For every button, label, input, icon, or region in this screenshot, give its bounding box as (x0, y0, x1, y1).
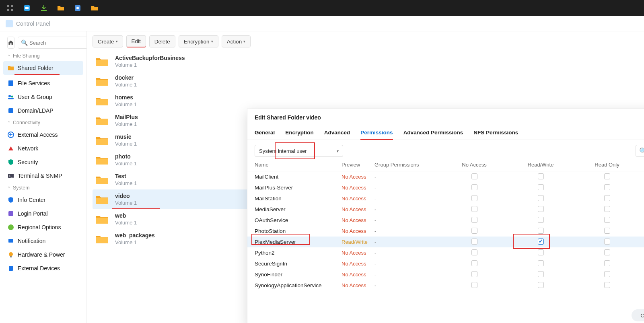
read-only-checkbox[interactable] (604, 217, 610, 223)
no-access-checkbox[interactable] (471, 173, 477, 179)
read-write-checkbox[interactable] (538, 260, 544, 266)
permission-row[interactable]: SynologyApplicationService No Access - (247, 280, 644, 291)
no-access-checkbox[interactable] (471, 239, 477, 245)
no-access-checkbox[interactable] (471, 260, 477, 266)
read-only-checkbox[interactable] (604, 228, 610, 234)
file-station-icon[interactable] (52, 0, 69, 16)
folder-name: web (115, 212, 137, 219)
sidebar-item-label: Domain/LDAP (18, 107, 53, 114)
no-access-checkbox[interactable] (471, 271, 477, 277)
col-read-write[interactable]: Read/Write (506, 162, 575, 168)
sidebar-item-shared-folder[interactable]: Shared Folder (3, 61, 83, 75)
no-access-checkbox[interactable] (471, 217, 477, 223)
read-write-checkbox[interactable] (538, 195, 544, 201)
tab-advanced[interactable]: Advanced (324, 127, 350, 140)
tab-nfs-permissions[interactable]: NFS Permissions (473, 127, 518, 140)
col-group[interactable]: Group Permissions (374, 162, 442, 168)
tab-encryption[interactable]: Encryption (285, 127, 314, 140)
sidebar-item-login-portal[interactable]: Login Portal (3, 207, 83, 220)
folder-volume: Volume 1 (115, 62, 185, 68)
folder-volume: Volume 1 (115, 101, 137, 107)
sidebar-item-external-access[interactable]: External Access (3, 128, 83, 142)
delete-button[interactable]: Delete (149, 35, 175, 47)
no-access-checkbox[interactable] (471, 228, 477, 234)
tab-advanced-permissions[interactable]: Advanced Permissions (403, 127, 463, 140)
cancel-button[interactable]: Cancel (632, 309, 644, 321)
read-only-checkbox[interactable] (604, 206, 610, 212)
permission-row[interactable]: MailPlus-Server No Access - (247, 182, 644, 193)
permission-row[interactable]: Python2 No Access - (247, 247, 644, 258)
dialog-tabs: General Encryption Advanced Permissions … (247, 125, 644, 140)
read-only-checkbox[interactable] (604, 173, 610, 179)
annotation-box (275, 142, 315, 159)
permission-row[interactable]: OAuthService No Access - (247, 215, 644, 226)
section-connectivity[interactable]: ⌃Connectivity (3, 117, 83, 128)
col-custom[interactable]: Custom (639, 162, 644, 168)
folder-row[interactable]: docker Volume 1 (93, 71, 638, 91)
sidebar-item-user-group[interactable]: User & Group (3, 90, 83, 104)
sidebar-search-input[interactable] (18, 37, 87, 49)
svg-rect-9 (8, 80, 13, 86)
no-access-checkbox[interactable] (471, 184, 477, 190)
read-only-checkbox[interactable] (604, 249, 610, 255)
read-write-checkbox[interactable] (538, 184, 544, 190)
svg-rect-19 (8, 239, 13, 243)
no-access-checkbox[interactable] (471, 195, 477, 201)
create-button[interactable]: Create▾ (93, 35, 123, 47)
sidebar-item-file-services[interactable]: File Services (3, 76, 83, 90)
no-access-checkbox[interactable] (471, 282, 477, 288)
read-write-checkbox[interactable] (538, 249, 544, 255)
no-access-checkbox[interactable] (471, 206, 477, 212)
folder-row[interactable]: homes Volume 1 (93, 91, 638, 111)
section-system[interactable]: ⌃System (3, 183, 83, 193)
no-access-checkbox[interactable] (471, 249, 477, 255)
sidebar-item-terminal-snmp[interactable]: >_ Terminal & SNMP (3, 169, 83, 183)
tab-general[interactable]: General (255, 127, 275, 140)
svg-rect-6 (41, 10, 47, 11)
col-no-access[interactable]: No Access (442, 162, 506, 168)
audio-station-icon[interactable] (69, 0, 86, 16)
permission-row[interactable]: MediaServer No Access - (247, 204, 644, 215)
sidebar-item-network[interactable]: Network (3, 142, 83, 155)
permission-row[interactable]: MailStation No Access - (247, 193, 644, 204)
permission-row[interactable]: SynoFinder No Access - (247, 269, 644, 280)
read-only-checkbox[interactable] (604, 195, 610, 201)
permissions-search[interactable]: 🔍▾ (636, 145, 644, 157)
section-file-sharing[interactable]: ⌃File Sharing (3, 51, 83, 61)
edit-button[interactable]: Edit (126, 35, 146, 47)
sidebar-item-notification[interactable]: Notification (3, 234, 83, 248)
tab-permissions[interactable]: Permissions (360, 127, 393, 140)
read-only-checkbox[interactable] (604, 282, 610, 288)
read-only-checkbox[interactable] (604, 239, 610, 245)
read-write-checkbox[interactable] (538, 206, 544, 212)
permission-row[interactable]: SecureSignIn No Access - (247, 258, 644, 269)
sidebar-item-regional-options[interactable]: Regional Options (3, 220, 83, 234)
read-write-checkbox[interactable] (538, 217, 544, 223)
folder-name: MailPlus (115, 114, 138, 120)
col-read-only[interactable]: Read Only (575, 162, 639, 168)
sidebar-item-security[interactable]: Security (3, 155, 83, 169)
permission-row[interactable]: MailClient No Access - (247, 171, 644, 182)
apps-icon[interactable] (2, 0, 19, 16)
col-name[interactable]: Name (255, 162, 342, 168)
col-preview[interactable]: Preview (342, 162, 374, 168)
read-only-checkbox[interactable] (604, 271, 610, 277)
file-station-2-icon[interactable] (86, 0, 103, 16)
encryption-button[interactable]: Encryption▾ (179, 35, 218, 47)
read-write-checkbox[interactable] (538, 228, 544, 234)
read-write-checkbox[interactable] (538, 282, 544, 288)
home-button[interactable] (7, 37, 14, 49)
sidebar-item-domain-ldap[interactable]: Domain/LDAP (3, 104, 83, 117)
folder-row[interactable]: ActiveBackupforBusiness Volume 1 (93, 51, 638, 71)
sidebar-item-external-devices[interactable]: External Devices (3, 261, 83, 275)
action-button[interactable]: Action▾ (222, 35, 251, 47)
package-center-icon[interactable] (19, 0, 35, 16)
read-only-checkbox[interactable] (604, 260, 610, 266)
sidebar-item-hardware-power[interactable]: Hardware & Power (3, 248, 83, 261)
sidebar-item-info-center[interactable]: Info Center (3, 193, 83, 207)
read-write-checkbox[interactable] (538, 271, 544, 277)
read-only-checkbox[interactable] (604, 184, 610, 190)
read-write-checkbox[interactable] (538, 173, 544, 179)
folder-name: web_packages (115, 232, 155, 239)
download-icon[interactable] (35, 0, 52, 16)
